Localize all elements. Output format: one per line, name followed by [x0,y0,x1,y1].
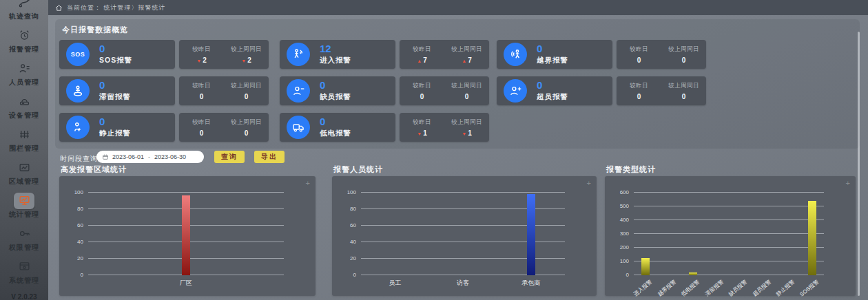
sidebar: 轨迹查询 报警管理 人员管理 设备管理 围栏管理 [0,0,48,300]
home-icon[interactable] [55,4,63,12]
y-axis-tick-label: 80 [77,206,83,212]
gridline [634,233,824,234]
y-axis-tick-label: 0 [353,272,356,278]
card-group-still-alarm: 0静止报警 较昨日0 较上周同日0 [59,113,269,142]
version-label: V 2.0.23 [0,293,48,300]
vertical-scrollbar[interactable] [858,32,860,296]
trend-arrow-icon: ▼ [241,58,246,63]
chart-title-type: 报警类型统计 [606,164,656,175]
card-group-absent-alarm: 0缺员报警 较昨日0 较上周同日0 [280,76,489,105]
y-axis-tick-label: 600 [620,189,629,195]
y-axis-tick-label: 0 [81,272,83,278]
sidebar-item-label: 轨迹查询 [0,12,48,21]
chart-region-statistics: + 020406080100厂区 [59,176,316,296]
chart-personnel-statistics: + 020406080100员工访客承包商 [332,176,597,296]
x-axis-category-label: 缺员报警 [727,278,750,298]
compare-week-value: ▼2 [241,56,251,64]
linger-alarm-icon [66,79,90,103]
sidebar-item-alarm-management[interactable]: 报警管理 [0,28,48,59]
trend-arrow-icon: ▼ [417,131,422,136]
person-list-icon [14,61,34,77]
stat-card: 0缺员报警 [280,76,395,105]
statistics-icon [14,193,34,209]
start-date: 2023-06-01 [112,153,144,160]
compare-day-value: ▼2 [196,56,207,64]
stat-card: 0滞留报警 [59,76,175,105]
enter-alarm-icon [287,43,310,66]
stat-label: 缺员报警 [320,92,351,102]
compare-week-value: 0 [245,129,249,137]
stat-value: 0 [99,116,131,127]
sidebar-item-personnel-management[interactable]: 人员管理 [0,61,48,92]
y-axis-tick-label: 100 [347,189,356,195]
chart-toolbox-icon[interactable]: + [306,179,310,187]
y-axis-tick-label: 100 [74,189,83,195]
bar [808,201,816,275]
x-axis-category-label: 访客 [457,279,469,288]
region-map-icon [14,160,34,176]
compare-day-label: 较昨日 [192,45,211,54]
compare-day-label: 较昨日 [413,45,431,54]
chart-toolbox-icon[interactable]: + [846,179,850,187]
compare-day-label: 较昨日 [413,118,431,127]
sos-icon: SOS [66,43,90,66]
y-axis-tick-label: 60 [350,222,356,228]
compare-week-label: 较上周同日 [451,82,482,90]
stat-value: 0 [320,80,351,91]
y-axis-tick-label: 200 [620,244,629,250]
chart-title-region: 高发报警区域统计 [61,164,127,175]
query-button[interactable]: 查询 [214,151,245,163]
gridline [634,247,824,248]
compare-week-value: ▲7 [462,56,472,64]
compare-day-label: 较昨日 [630,45,648,54]
date-range-input[interactable]: 2023-06-01 - 2023-06-30 [96,151,204,163]
trend-arrow-icon: ▼ [196,58,201,63]
card-group-cross-border-alarm: 0越界报警 较昨日0 较上周同日0 [497,40,706,69]
calendar-icon [102,153,109,160]
y-axis-tick-label: 40 [350,239,356,245]
y-axis-tick-label: 100 [620,258,629,264]
sidebar-item-fence-management[interactable]: 围栏管理 [0,127,48,158]
x-axis-category-label: 低电报警 [680,278,702,298]
still-alarm-icon [66,116,90,139]
low-power-alarm-icon [287,116,310,139]
sidebar-item-permission-management[interactable]: 权限管理 [0,226,48,257]
comparison-card: 较昨日▼2 较上周同日▼2 [179,40,269,69]
breadcrumb-prefix: 当前位置： [67,4,101,11]
y-axis-tick-label: 400 [620,217,629,223]
bar [182,195,190,275]
x-axis-category-label: 进入报警 [632,278,654,298]
stat-value: 12 [320,43,351,54]
sidebar-item-statistics-management[interactable]: 统计管理 [0,193,48,224]
sidebar-item-region-management[interactable]: 区域管理 [0,160,48,191]
sidebar-item-track-query[interactable]: 轨迹查询 [0,0,48,26]
sidebar-item-device-management[interactable]: 设备管理 [0,94,48,125]
gridline [634,206,824,206]
card-group-overstaff-alarm: 0超员报警 较昨日0 较上周同日0 [497,76,706,105]
breadcrumb-path: 统计管理〉报警统计 [104,4,166,11]
compare-week-label: 较上周同日 [451,45,482,54]
sidebar-item-system-management[interactable]: 系统管理 [0,259,48,290]
sidebar-item-label: 围栏管理 [0,144,48,153]
x-axis-category-label: 越界报警 [656,278,678,298]
x-axis-category-label: 滞留报警 [703,278,725,298]
compare-week-value: 0 [682,93,686,100]
y-axis-tick-label: 20 [350,255,356,261]
compare-day-label: 较昨日 [413,82,431,90]
export-button[interactable]: 导出 [254,151,285,163]
fence-icon [14,127,34,143]
compare-day-label: 较昨日 [630,82,648,90]
system-window-icon [14,259,34,275]
chart-toolbox-icon[interactable]: + [587,179,591,187]
comparison-card: 较昨日0 较上周同日0 [179,113,269,142]
plot-area: 020406080100员工访客承包商 [361,193,565,275]
y-axis-tick-label: 40 [77,239,83,245]
x-axis-category-label: 超员报警 [751,278,773,298]
bar [527,194,535,275]
chart-type-statistics: + 0100200300400500600进入报警越界报警低电报警滞留报警缺员报… [605,176,856,296]
card-group-enter-alarm: 12进入报警 较昨日▲7 较上周同日▲7 [280,40,489,69]
stat-label: 低电报警 [320,129,351,138]
card-group-linger-alarm: 0滞留报警 较昨日0 较上周同日0 [59,76,269,105]
compare-week-value: 0 [245,93,249,100]
stat-card: 0静止报警 [59,113,175,142]
